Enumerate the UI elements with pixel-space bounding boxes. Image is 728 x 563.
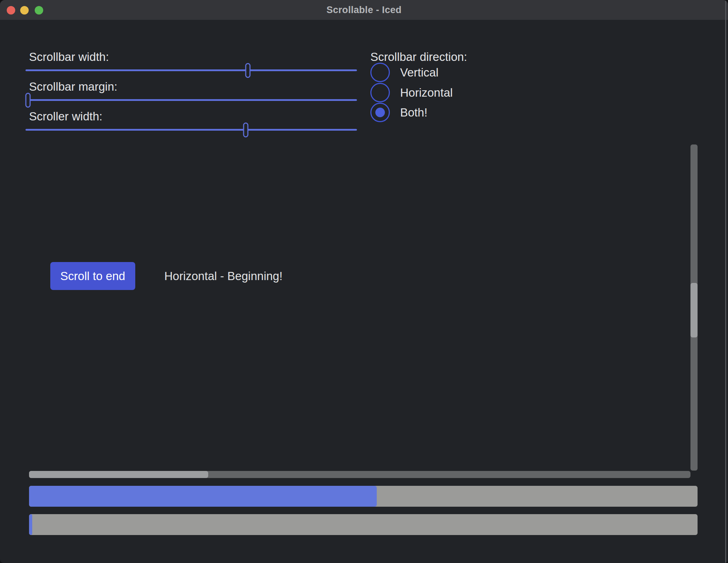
radio-horizontal[interactable] [370, 83, 390, 102]
vertical-progress-bar [29, 514, 698, 535]
scroll-to-end-button[interactable]: Scroll to end [50, 262, 135, 290]
scrollbar-width-label: Scrollbar width: [29, 49, 109, 65]
scrollbar-margin-slider[interactable] [25, 99, 357, 101]
radio-vertical[interactable] [370, 63, 390, 82]
scrollbar-margin-label: Scrollbar margin: [29, 79, 117, 95]
scrollbar-width-slider-handle[interactable] [245, 63, 251, 78]
horizontal-scroller-thumb[interactable] [29, 471, 208, 478]
scroller-width-slider-handle[interactable] [243, 123, 248, 137]
vertical-scroller-thumb[interactable] [690, 283, 698, 337]
window-right-border [725, 0, 726, 563]
scrollbar-width-slider[interactable] [25, 69, 357, 71]
scrollbar-margin-slider-handle[interactable] [25, 93, 30, 108]
radio-both-label[interactable]: Both! [400, 103, 427, 122]
window-title: Scrollable - Iced [0, 0, 728, 20]
scroller-width-slider[interactable] [25, 129, 357, 131]
vertical-scrollbar[interactable] [690, 144, 698, 471]
minimize-window-icon[interactable] [20, 6, 29, 15]
scroller-width-label: Scroller width: [29, 109, 102, 124]
horizontal-progress-fill [29, 486, 377, 507]
close-window-icon[interactable] [7, 6, 15, 15]
radio-horizontal-label[interactable]: Horizontal [400, 83, 453, 102]
radio-both[interactable] [370, 103, 390, 122]
app-window: Scrollable - Iced Scrollbar width: Scrol… [0, 0, 728, 563]
scroll-status-text: Horizontal - Beginning! [164, 262, 283, 290]
horizontal-scrollbar[interactable] [29, 471, 690, 478]
zoom-window-icon[interactable] [35, 6, 43, 15]
horizontal-progress-bar [29, 486, 698, 507]
radio-vertical-label[interactable]: Vertical [400, 63, 438, 82]
vertical-progress-fill [29, 514, 32, 535]
titlebar: Scrollable - Iced [0, 0, 728, 20]
